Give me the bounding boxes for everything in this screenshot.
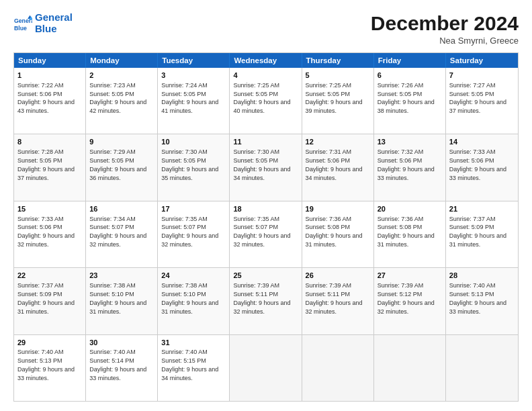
day-number: 8	[17, 137, 82, 147]
day-cell-16: 16 Sunrise: 7:34 AM Sunset: 5:07 PM Dayl…	[86, 201, 158, 267]
day-number: 17	[161, 204, 226, 214]
day-cell-25: 25 Sunrise: 7:39 AM Sunset: 5:11 PM Dayl…	[230, 268, 302, 334]
day-number: 27	[378, 271, 442, 281]
sunrise-text: Sunrise: 7:33 AM	[17, 216, 64, 222]
sunset-text: Sunset: 5:10 PM	[89, 291, 134, 298]
logo-text: General Blue	[35, 12, 73, 34]
daylight-text: Daylight: 9 hours and 32 minutes.	[89, 232, 146, 248]
day-cell-10: 10 Sunrise: 7:30 AM Sunset: 5:05 PM Dayl…	[158, 134, 230, 200]
day-number: 7	[449, 71, 515, 81]
empty-cell	[302, 335, 374, 401]
header-sunday: Sunday	[14, 53, 86, 68]
sunset-text: Sunset: 5:07 PM	[233, 224, 278, 230]
day-cell-2: 2 Sunrise: 7:23 AM Sunset: 5:05 PM Dayli…	[86, 68, 158, 134]
day-cell-20: 20 Sunrise: 7:36 AM Sunset: 5:08 PM Dayl…	[374, 201, 446, 267]
sunrise-text: Sunrise: 7:38 AM	[161, 282, 208, 289]
sunrise-text: Sunrise: 7:27 AM	[449, 82, 496, 89]
daylight-text: Daylight: 9 hours and 32 minutes.	[161, 232, 218, 248]
sunset-text: Sunset: 5:06 PM	[306, 157, 351, 164]
daylight-text: Daylight: 9 hours and 43 minutes.	[17, 99, 75, 114]
sunset-text: Sunset: 5:05 PM	[233, 157, 278, 164]
sunrise-text: Sunrise: 7:25 AM	[306, 82, 352, 89]
sunrise-text: Sunrise: 7:40 AM	[449, 282, 496, 289]
sunrise-text: Sunrise: 7:35 AM	[233, 216, 279, 222]
sunrise-text: Sunrise: 7:23 AM	[89, 82, 136, 89]
day-cell-15: 15 Sunrise: 7:33 AM Sunset: 5:06 PM Dayl…	[14, 201, 86, 267]
header-friday: Friday	[374, 53, 446, 68]
sunset-text: Sunset: 5:08 PM	[378, 224, 423, 230]
sunset-text: Sunset: 5:05 PM	[89, 157, 134, 164]
day-cell-1: 1 Sunrise: 7:22 AM Sunset: 5:06 PM Dayli…	[14, 68, 86, 134]
calendar-week-4: 22 Sunrise: 7:37 AM Sunset: 5:09 PM Dayl…	[14, 267, 518, 334]
day-number: 28	[449, 271, 515, 281]
sunset-text: Sunset: 5:11 PM	[233, 291, 278, 298]
daylight-text: Daylight: 9 hours and 37 minutes.	[449, 99, 506, 114]
sunrise-text: Sunrise: 7:35 AM	[161, 216, 208, 222]
sunset-text: Sunset: 5:09 PM	[449, 224, 494, 230]
day-cell-7: 7 Sunrise: 7:27 AM Sunset: 5:05 PM Dayli…	[446, 68, 518, 134]
sunrise-text: Sunrise: 7:39 AM	[233, 282, 279, 289]
day-number: 26	[306, 271, 370, 281]
sunset-text: Sunset: 5:09 PM	[17, 291, 62, 298]
sunrise-text: Sunrise: 7:37 AM	[17, 282, 64, 289]
day-number: 12	[306, 137, 370, 147]
sunset-text: Sunset: 5:05 PM	[161, 157, 206, 164]
day-number: 22	[17, 271, 82, 281]
sunset-text: Sunset: 5:06 PM	[17, 224, 62, 230]
day-number: 29	[17, 338, 82, 348]
logo-line1: General	[35, 11, 73, 23]
calendar: Sunday Monday Tuesday Wednesday Thursday…	[13, 52, 519, 402]
day-number: 10	[161, 137, 226, 147]
day-cell-27: 27 Sunrise: 7:39 AM Sunset: 5:12 PM Dayl…	[374, 268, 446, 334]
sunset-text: Sunset: 5:11 PM	[306, 291, 351, 298]
daylight-text: Daylight: 9 hours and 41 minutes.	[161, 99, 218, 114]
day-number: 4	[233, 71, 298, 81]
day-cell-3: 3 Sunrise: 7:24 AM Sunset: 5:05 PM Dayli…	[158, 68, 230, 134]
sunrise-text: Sunrise: 7:26 AM	[378, 82, 424, 89]
daylight-text: Daylight: 9 hours and 34 minutes.	[161, 366, 218, 381]
sunrise-text: Sunrise: 7:39 AM	[306, 282, 352, 289]
header: General Blue General Blue December 2024 …	[13, 12, 519, 46]
daylight-text: Daylight: 9 hours and 32 minutes.	[378, 300, 435, 315]
sunset-text: Sunset: 5:07 PM	[89, 224, 134, 230]
day-number: 6	[378, 71, 442, 81]
header-monday: Monday	[86, 53, 158, 68]
day-cell-12: 12 Sunrise: 7:31 AM Sunset: 5:06 PM Dayl…	[302, 134, 374, 200]
day-number: 9	[89, 137, 154, 147]
daylight-text: Daylight: 9 hours and 40 minutes.	[233, 99, 290, 114]
daylight-text: Daylight: 9 hours and 32 minutes.	[233, 300, 290, 315]
daylight-text: Daylight: 9 hours and 35 minutes.	[161, 166, 218, 181]
day-cell-30: 30 Sunrise: 7:40 AM Sunset: 5:14 PM Dayl…	[86, 335, 158, 401]
day-cell-17: 17 Sunrise: 7:35 AM Sunset: 5:07 PM Dayl…	[158, 201, 230, 267]
sunrise-text: Sunrise: 7:36 AM	[378, 216, 424, 222]
day-number: 3	[161, 71, 226, 81]
day-cell-28: 28 Sunrise: 7:40 AM Sunset: 5:13 PM Dayl…	[446, 268, 518, 334]
day-number: 30	[89, 338, 154, 348]
day-number: 1	[17, 71, 82, 81]
sunset-text: Sunset: 5:13 PM	[449, 291, 494, 298]
month-title: December 2024	[371, 12, 519, 34]
empty-cell	[230, 335, 302, 401]
header-saturday: Saturday	[446, 53, 518, 68]
sunset-text: Sunset: 5:10 PM	[161, 291, 206, 298]
header-wednesday: Wednesday	[230, 53, 302, 68]
daylight-text: Daylight: 9 hours and 31 minutes.	[449, 232, 506, 248]
sunrise-text: Sunrise: 7:34 AM	[89, 216, 136, 222]
sunrise-text: Sunrise: 7:39 AM	[378, 282, 424, 289]
empty-cell	[446, 335, 518, 401]
day-number: 16	[89, 204, 154, 214]
empty-cell	[374, 335, 446, 401]
day-cell-11: 11 Sunrise: 7:30 AM Sunset: 5:05 PM Dayl…	[230, 134, 302, 200]
sunset-text: Sunset: 5:14 PM	[89, 357, 134, 364]
sunrise-text: Sunrise: 7:33 AM	[449, 148, 496, 155]
daylight-text: Daylight: 9 hours and 31 minutes.	[306, 232, 363, 248]
sunset-text: Sunset: 5:13 PM	[17, 357, 62, 364]
day-cell-21: 21 Sunrise: 7:37 AM Sunset: 5:09 PM Dayl…	[446, 201, 518, 267]
day-cell-23: 23 Sunrise: 7:38 AM Sunset: 5:10 PM Dayl…	[86, 268, 158, 334]
sunrise-text: Sunrise: 7:30 AM	[161, 148, 208, 155]
daylight-text: Daylight: 9 hours and 34 minutes.	[306, 166, 363, 181]
sunset-text: Sunset: 5:05 PM	[233, 91, 278, 97]
logo-icon: General Blue	[13, 14, 32, 33]
calendar-week-1: 1 Sunrise: 7:22 AM Sunset: 5:06 PM Dayli…	[14, 68, 518, 134]
daylight-text: Daylight: 9 hours and 33 minutes.	[449, 300, 506, 315]
